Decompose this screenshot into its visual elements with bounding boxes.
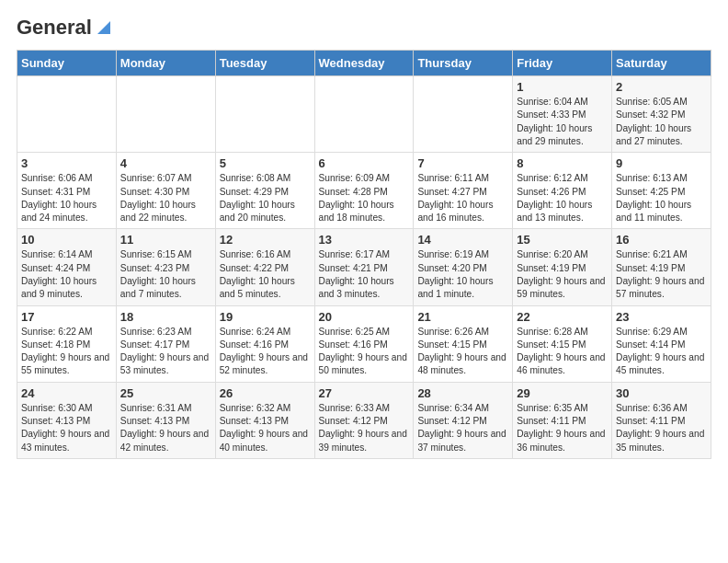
calendar-cell — [17, 76, 117, 153]
calendar-cell: 11Sunrise: 6:15 AM Sunset: 4:23 PM Dayli… — [116, 229, 215, 305]
cell-content: Sunrise: 6:23 AM Sunset: 4:17 PM Dayligh… — [120, 326, 211, 378]
day-number: 24 — [21, 386, 112, 400]
calendar-cell: 26Sunrise: 6:32 AM Sunset: 4:13 PM Dayli… — [215, 382, 314, 458]
cell-content: Sunrise: 6:26 AM Sunset: 4:15 PM Dayligh… — [417, 326, 508, 378]
cell-content: Sunrise: 6:17 AM Sunset: 4:21 PM Dayligh… — [319, 248, 410, 301]
day-number: 28 — [417, 386, 508, 400]
cell-content: Sunrise: 6:24 AM Sunset: 4:16 PM Dayligh… — [220, 326, 311, 378]
calendar-cell: 3Sunrise: 6:06 AM Sunset: 4:31 PM Daylig… — [17, 153, 117, 229]
calendar-cell: 18Sunrise: 6:23 AM Sunset: 4:17 PM Dayli… — [116, 305, 215, 382]
day-number: 5 — [220, 156, 311, 170]
logo: General — [17, 17, 110, 39]
calendar-cell: 22Sunrise: 6:28 AM Sunset: 4:15 PM Dayli… — [513, 305, 612, 382]
day-number: 14 — [417, 233, 508, 247]
calendar-cell: 19Sunrise: 6:24 AM Sunset: 4:16 PM Dayli… — [215, 305, 314, 382]
calendar-cell: 30Sunrise: 6:36 AM Sunset: 4:11 PM Dayli… — [612, 382, 711, 458]
calendar-table: SundayMondayTuesdayWednesdayThursdayFrid… — [17, 50, 711, 459]
cell-content: Sunrise: 6:36 AM Sunset: 4:11 PM Dayligh… — [616, 402, 707, 454]
cell-content: Sunrise: 6:32 AM Sunset: 4:13 PM Dayligh… — [220, 402, 311, 454]
col-header-thursday: Thursday — [414, 51, 513, 76]
day-number: 9 — [616, 156, 707, 170]
cell-content: Sunrise: 6:07 AM Sunset: 4:30 PM Dayligh… — [120, 172, 211, 224]
week-row-0: 1Sunrise: 6:04 AM Sunset: 4:33 PM Daylig… — [17, 76, 711, 153]
calendar-cell: 8Sunrise: 6:12 AM Sunset: 4:26 PM Daylig… — [513, 153, 612, 229]
calendar-cell — [116, 76, 215, 153]
day-number: 25 — [120, 386, 211, 400]
cell-content: Sunrise: 6:30 AM Sunset: 4:13 PM Dayligh… — [21, 402, 112, 454]
day-number: 3 — [21, 156, 112, 170]
calendar-cell: 28Sunrise: 6:34 AM Sunset: 4:12 PM Dayli… — [414, 382, 513, 458]
week-row-3: 17Sunrise: 6:22 AM Sunset: 4:18 PM Dayli… — [17, 305, 711, 382]
col-header-sunday: Sunday — [17, 51, 117, 76]
day-number: 19 — [220, 310, 311, 324]
cell-content: Sunrise: 6:08 AM Sunset: 4:29 PM Dayligh… — [220, 172, 311, 224]
cell-content: Sunrise: 6:19 AM Sunset: 4:20 PM Dayligh… — [417, 248, 508, 301]
cell-content: Sunrise: 6:05 AM Sunset: 4:32 PM Dayligh… — [616, 96, 707, 148]
calendar-cell: 5Sunrise: 6:08 AM Sunset: 4:29 PM Daylig… — [215, 153, 314, 229]
calendar-cell: 6Sunrise: 6:09 AM Sunset: 4:28 PM Daylig… — [314, 153, 414, 229]
calendar-cell: 15Sunrise: 6:20 AM Sunset: 4:19 PM Dayli… — [513, 229, 612, 305]
week-row-1: 3Sunrise: 6:06 AM Sunset: 4:31 PM Daylig… — [17, 153, 711, 229]
calendar-cell — [414, 76, 513, 153]
cell-content: Sunrise: 6:21 AM Sunset: 4:19 PM Dayligh… — [616, 248, 707, 301]
svg-marker-0 — [97, 21, 110, 34]
calendar-cell: 14Sunrise: 6:19 AM Sunset: 4:20 PM Dayli… — [414, 229, 513, 305]
calendar-cell: 10Sunrise: 6:14 AM Sunset: 4:24 PM Dayli… — [17, 229, 117, 305]
col-header-monday: Monday — [116, 51, 215, 76]
logo-triangle-icon — [94, 17, 110, 34]
cell-content: Sunrise: 6:16 AM Sunset: 4:22 PM Dayligh… — [220, 248, 311, 301]
cell-content: Sunrise: 6:13 AM Sunset: 4:25 PM Dayligh… — [616, 172, 707, 224]
cell-content: Sunrise: 6:33 AM Sunset: 4:12 PM Dayligh… — [319, 402, 410, 454]
day-number: 1 — [517, 80, 608, 94]
day-number: 20 — [319, 310, 410, 324]
cell-content: Sunrise: 6:04 AM Sunset: 4:33 PM Dayligh… — [517, 96, 608, 148]
day-number: 12 — [220, 233, 311, 247]
day-number: 8 — [517, 156, 608, 170]
day-number: 22 — [517, 310, 608, 324]
cell-content: Sunrise: 6:11 AM Sunset: 4:27 PM Dayligh… — [417, 172, 508, 224]
cell-content: Sunrise: 6:15 AM Sunset: 4:23 PM Dayligh… — [120, 248, 211, 301]
cell-content: Sunrise: 6:06 AM Sunset: 4:31 PM Dayligh… — [21, 172, 112, 224]
cell-content: Sunrise: 6:12 AM Sunset: 4:26 PM Dayligh… — [517, 172, 608, 224]
calendar-cell: 12Sunrise: 6:16 AM Sunset: 4:22 PM Dayli… — [215, 229, 314, 305]
calendar-cell: 1Sunrise: 6:04 AM Sunset: 4:33 PM Daylig… — [513, 76, 612, 153]
col-header-tuesday: Tuesday — [215, 51, 314, 76]
calendar-cell: 20Sunrise: 6:25 AM Sunset: 4:16 PM Dayli… — [314, 305, 414, 382]
header: General — [17, 17, 711, 39]
page: General SundayMondayTuesdayWednesdayThur… — [0, 0, 728, 470]
calendar-cell: 24Sunrise: 6:30 AM Sunset: 4:13 PM Dayli… — [17, 382, 117, 458]
day-number: 11 — [120, 233, 211, 247]
calendar-cell: 2Sunrise: 6:05 AM Sunset: 4:32 PM Daylig… — [612, 76, 711, 153]
day-number: 29 — [517, 386, 608, 400]
day-number: 2 — [616, 80, 707, 94]
col-header-saturday: Saturday — [612, 51, 711, 76]
day-number: 16 — [616, 233, 707, 247]
col-header-wednesday: Wednesday — [314, 51, 414, 76]
calendar-cell: 29Sunrise: 6:35 AM Sunset: 4:11 PM Dayli… — [513, 382, 612, 458]
day-number: 4 — [120, 156, 211, 170]
calendar-cell — [314, 76, 414, 153]
day-number: 27 — [319, 386, 410, 400]
cell-content: Sunrise: 6:09 AM Sunset: 4:28 PM Dayligh… — [319, 172, 410, 224]
cell-content: Sunrise: 6:28 AM Sunset: 4:15 PM Dayligh… — [517, 326, 608, 378]
cell-content: Sunrise: 6:14 AM Sunset: 4:24 PM Dayligh… — [21, 248, 112, 301]
calendar-cell: 25Sunrise: 6:31 AM Sunset: 4:13 PM Dayli… — [116, 382, 215, 458]
calendar-cell: 27Sunrise: 6:33 AM Sunset: 4:12 PM Dayli… — [314, 382, 414, 458]
calendar-cell: 13Sunrise: 6:17 AM Sunset: 4:21 PM Dayli… — [314, 229, 414, 305]
cell-content: Sunrise: 6:31 AM Sunset: 4:13 PM Dayligh… — [120, 402, 211, 454]
calendar-cell: 16Sunrise: 6:21 AM Sunset: 4:19 PM Dayli… — [612, 229, 711, 305]
day-number: 15 — [517, 233, 608, 247]
week-row-4: 24Sunrise: 6:30 AM Sunset: 4:13 PM Dayli… — [17, 382, 711, 458]
calendar-cell — [215, 76, 314, 153]
day-number: 30 — [616, 386, 707, 400]
calendar-cell: 17Sunrise: 6:22 AM Sunset: 4:18 PM Dayli… — [17, 305, 117, 382]
day-number: 26 — [220, 386, 311, 400]
day-number: 23 — [616, 310, 707, 324]
logo-text: General — [17, 17, 92, 39]
calendar-cell: 7Sunrise: 6:11 AM Sunset: 4:27 PM Daylig… — [414, 153, 513, 229]
header-row: SundayMondayTuesdayWednesdayThursdayFrid… — [17, 51, 711, 76]
col-header-friday: Friday — [513, 51, 612, 76]
day-number: 21 — [417, 310, 508, 324]
day-number: 18 — [120, 310, 211, 324]
day-number: 7 — [417, 156, 508, 170]
